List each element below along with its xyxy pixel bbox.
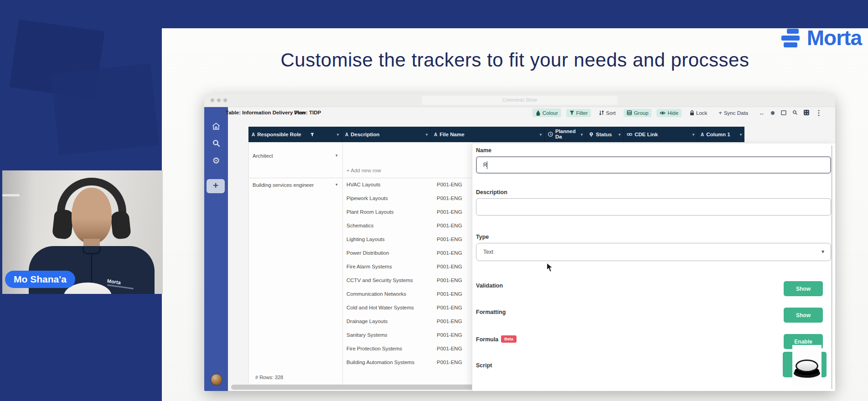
chevron-down-icon[interactable]: ▾ (336, 153, 338, 158)
chevron-down-icon[interactable]: ▾ (337, 133, 339, 137)
gear-icon[interactable]: ⚙ (204, 155, 228, 166)
column-header-description[interactable]: A Description ▾ (342, 127, 431, 142)
description-cell[interactable]: CCTV and Security Systems (346, 278, 413, 283)
file-name-cell[interactable]: P001-ENG (437, 346, 462, 351)
chevron-down-icon: ▾ (822, 248, 824, 255)
file-name-cell[interactable]: P001-ENG (437, 195, 462, 201)
search-icon[interactable] (792, 109, 798, 117)
app-sidebar: ⚙ + (204, 107, 228, 391)
file-name-cell[interactable]: P001-ENG (437, 332, 462, 338)
description-cell[interactable]: Cold and Hot Water Systems (346, 305, 414, 310)
chevron-down-icon[interactable]: ▾ (740, 133, 742, 137)
chevron-down-icon[interactable]: ▾ (540, 133, 542, 137)
colour-button[interactable]: Colour (532, 108, 561, 117)
arrows-horizontal-icon[interactable]: ↔ (759, 110, 765, 116)
table-row[interactable]: Fire Protection Systems P001-ENG (343, 342, 472, 356)
expand-icon[interactable] (804, 109, 809, 117)
lock-button[interactable]: Lock (687, 109, 710, 117)
window-minimize-button[interactable] (217, 98, 221, 102)
type-select[interactable]: Text ▾ (476, 243, 831, 261)
column-header-cde-link[interactable]: CDE Link ▾ (624, 127, 698, 142)
table-row[interactable]: Communication Networks P001-ENG (343, 288, 472, 301)
description-cell[interactable]: Fire Protection Systems (346, 346, 402, 351)
window-close-button[interactable] (211, 98, 214, 102)
description-cell[interactable]: Lighting Layouts (346, 236, 385, 242)
chevron-down-icon[interactable]: ▾ (581, 133, 583, 137)
column-header-responsible-role[interactable]: A Responsible Role ▾ (248, 127, 342, 142)
file-name-cell[interactable]: P001-ENG (437, 305, 462, 310)
file-name-cell[interactable]: P001-ENG (437, 209, 462, 215)
role-cell[interactable]: Building services engineer (253, 182, 314, 188)
chevron-down-icon[interactable]: ▾ (426, 133, 428, 137)
description-cell[interactable]: Fire Alarm Systems (346, 264, 392, 269)
table-row[interactable]: Power Distribution P001-ENG (343, 247, 472, 260)
table-row[interactable]: Pipework Layouts P001-ENG (343, 192, 472, 206)
description-cell[interactable]: HVAC Layouts (346, 182, 381, 187)
column-header-status[interactable]: Status ▾ (586, 127, 624, 142)
view-name-label[interactable]: View: TIDP (294, 110, 321, 115)
webcam-overlay: Morta Mo Shana'a (2, 170, 163, 294)
chevron-down-icon[interactable]: ▾ (619, 133, 620, 137)
table-row[interactable]: Plant Room Layouts P001-ENG (343, 206, 472, 219)
video-frame: Customise the trackers to fit your needs… (0, 0, 868, 401)
comments-toggle[interactable]: Comments Show (422, 96, 618, 105)
table-row[interactable]: Schematics P001-ENG (343, 219, 472, 233)
table-row[interactable]: CCTV and Security Systems P001-ENG (343, 274, 472, 288)
speaker-head (72, 188, 112, 243)
description-cell[interactable]: Power Distribution (346, 250, 389, 256)
chevron-down-icon[interactable]: ▾ (336, 182, 338, 187)
description-cell[interactable]: Sanitary Systems (346, 332, 387, 338)
home-icon[interactable] (204, 122, 228, 133)
role-cell[interactable]: Architect (253, 153, 273, 159)
formatting-show-button[interactable]: Show (784, 308, 823, 323)
column-header-column-1[interactable]: A Column 1 ▾ (698, 127, 744, 142)
search-icon[interactable] (204, 139, 228, 149)
filter-button[interactable]: Filter (566, 109, 591, 117)
user-avatar[interactable] (211, 374, 222, 386)
group-button[interactable]: Group (624, 109, 651, 117)
plus-icon: + (718, 109, 722, 116)
hide-button[interactable]: Hide (656, 109, 682, 117)
table-name-label[interactable]: Table: Information Delivery Plan (226, 110, 305, 115)
file-name-cell[interactable]: P001-ENG (437, 250, 462, 256)
window-zoom-button[interactable] (223, 98, 227, 102)
sync-data-button[interactable]: + Sync Data (715, 108, 751, 118)
column-header-file-name[interactable]: A File Name ▾ (431, 127, 545, 142)
file-name-cell[interactable]: P001-ENG (437, 236, 462, 242)
description-cell[interactable]: Communication Networks (346, 291, 406, 297)
file-name-cell[interactable]: P001-ENG (437, 360, 462, 365)
table-row[interactable]: Cold and Hot Water Systems P001-ENG (343, 301, 472, 315)
description-cell[interactable]: Pipework Layouts (346, 195, 388, 201)
column-header-planned-date[interactable]: PlannedDa ▾ (545, 127, 586, 142)
headphone-earcup (110, 211, 131, 240)
file-name-cell[interactable]: P001-ENG (437, 278, 462, 283)
file-name-cell[interactable]: P001-ENG (437, 182, 462, 187)
table-row[interactable]: Drainage Layouts P001-ENG (343, 315, 472, 329)
clock-icon (548, 132, 553, 137)
file-name-cell[interactable]: P001-ENG (437, 223, 462, 228)
panel-scrollbar[interactable] (831, 145, 832, 389)
description-cell[interactable]: Plant Room Layouts (346, 209, 394, 215)
table-row[interactable]: Fire Alarm Systems P001-ENG (343, 260, 472, 274)
chevron-down-icon[interactable]: ▾ (692, 133, 694, 137)
description-cell[interactable]: Schematics (346, 223, 373, 228)
file-name-cell[interactable]: P001-ENG (437, 319, 462, 324)
sort-button[interactable]: Sort (596, 109, 619, 117)
validation-label: Validation (476, 283, 503, 289)
table-row[interactable]: HVAC Layouts P001-ENG (343, 178, 472, 192)
name-input[interactable]: R (476, 156, 831, 174)
add-table-button[interactable]: + (207, 179, 225, 193)
table-row[interactable]: Sanitary Systems P001-ENG (343, 329, 472, 342)
table-row[interactable]: Building Automation Systems P001-ENG (343, 356, 472, 370)
description-input[interactable] (476, 198, 831, 216)
dot-icon[interactable] (770, 109, 775, 117)
kebab-menu-icon[interactable]: ⋮ (815, 108, 822, 117)
validation-show-button[interactable]: Show (784, 281, 823, 296)
file-name-cell[interactable]: P001-ENG (437, 291, 462, 297)
table-row[interactable]: Lighting Layouts P001-ENG (343, 233, 472, 247)
frame-icon[interactable] (781, 109, 786, 117)
description-cell[interactable]: Building Automation Systems (346, 360, 414, 365)
description-cell[interactable]: Drainage Layouts (346, 319, 388, 324)
file-name-cell[interactable]: P001-ENG (437, 264, 462, 269)
add-new-row-button[interactable]: + Add new row (346, 168, 381, 173)
